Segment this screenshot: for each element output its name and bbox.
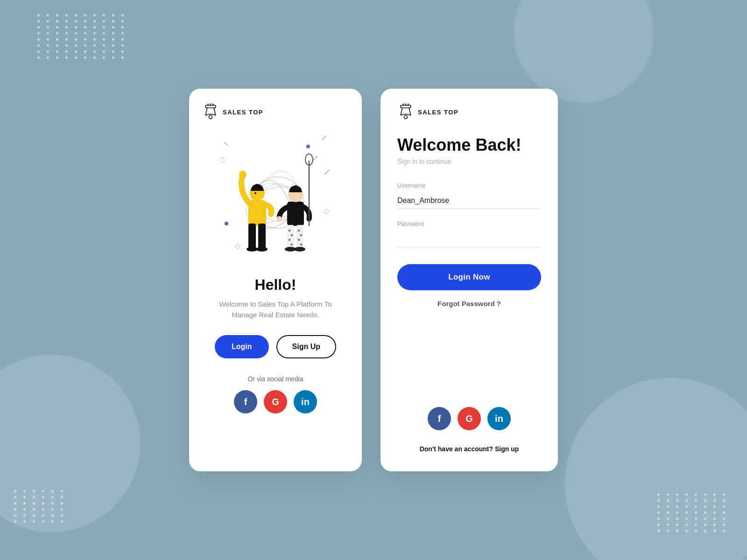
google-button-left[interactable]: G	[264, 390, 287, 413]
signup-link[interactable]: Sign up	[495, 445, 519, 453]
username-group: Username	[397, 182, 541, 209]
google-button-right[interactable]: G	[458, 407, 481, 430]
svg-point-3	[210, 104, 211, 105]
no-account-text: Don't have an account? Sign up	[397, 445, 541, 453]
svg-rect-11	[324, 209, 329, 214]
brand-name-right: SALES TOP	[418, 109, 458, 116]
social-icons-left: f G in	[234, 390, 317, 413]
logo-icon-right	[397, 104, 414, 120]
svg-rect-27	[287, 202, 304, 226]
svg-point-35	[298, 230, 300, 232]
facebook-button-left[interactable]: f	[234, 390, 257, 413]
left-card-subtitle: Welcome to Sales Top A Platform To Manag…	[202, 299, 349, 320]
svg-point-5	[212, 104, 214, 105]
signup-button-left[interactable]: Sign Up	[276, 335, 336, 358]
svg-rect-30	[296, 225, 303, 249]
svg-point-4	[207, 104, 209, 105]
brand-name-left: SALES TOP	[223, 109, 263, 116]
login-button-left[interactable]: Login	[215, 335, 269, 358]
svg-point-47	[405, 104, 407, 105]
svg-point-24	[247, 247, 258, 252]
btn-row: Login Sign Up	[215, 335, 336, 358]
logo-icon-left	[202, 104, 219, 120]
illustration	[202, 128, 349, 273]
svg-point-1	[209, 115, 212, 119]
logo-left: SALES TOP	[202, 104, 263, 120]
dots-top-left: (function(){ var d = document.currentScr…	[37, 14, 127, 59]
svg-rect-12	[235, 244, 240, 249]
facebook-button-right[interactable]: f	[428, 407, 451, 430]
bg-shape-top-right	[514, 0, 654, 103]
dots-bottom-right: (function(){ var d = document.currentScr…	[657, 493, 728, 532]
social-label-left: Or via social media	[247, 375, 303, 383]
left-card-title: Hello!	[255, 276, 296, 294]
dots-bottom-left: (function(){ var d = document.currentScr…	[14, 490, 66, 523]
linkedin-button-right[interactable]: in	[487, 407, 511, 430]
svg-rect-29	[287, 225, 294, 249]
username-input[interactable]	[397, 193, 541, 209]
svg-point-38	[300, 244, 303, 246]
social-icons-right: f G in	[397, 407, 541, 430]
logo-right: SALES TOP	[397, 104, 458, 120]
svg-point-21	[254, 192, 256, 194]
welcome-title: Welcome Back!	[397, 135, 541, 155]
svg-point-34	[291, 244, 293, 246]
svg-rect-22	[248, 224, 256, 249]
svg-rect-44	[401, 105, 411, 108]
svg-point-43	[276, 216, 282, 222]
svg-rect-23	[258, 224, 266, 249]
svg-line-8	[313, 156, 317, 161]
username-label: Username	[397, 182, 541, 189]
linkedin-button-left[interactable]: in	[294, 390, 317, 413]
no-account-label: Don't have an account?	[420, 445, 493, 453]
forgot-password-link[interactable]: Forgot Password ?	[397, 300, 541, 308]
svg-point-48	[402, 104, 404, 105]
left-card: SALES TOP	[189, 89, 362, 471]
svg-point-37	[298, 239, 300, 241]
login-now-button[interactable]: Login Now	[397, 264, 541, 290]
svg-point-13	[306, 145, 310, 148]
svg-point-49	[408, 104, 409, 105]
password-group: Password	[397, 220, 541, 247]
right-card: SALES TOP Welcome Back! Sign in to conti…	[381, 89, 558, 471]
svg-line-6	[224, 142, 228, 146]
svg-rect-0	[205, 105, 216, 108]
svg-line-9	[324, 170, 329, 175]
svg-point-33	[289, 239, 291, 241]
svg-point-32	[291, 234, 293, 237]
svg-point-26	[239, 171, 247, 178]
svg-rect-10	[219, 157, 225, 162]
svg-point-31	[289, 230, 291, 232]
svg-point-25	[256, 247, 268, 252]
svg-point-40	[294, 247, 305, 252]
svg-point-45	[404, 115, 407, 119]
bg-shape-right	[565, 378, 747, 560]
cards-container: SALES TOP	[189, 89, 558, 471]
password-label: Password	[397, 220, 541, 227]
svg-line-7	[322, 136, 326, 140]
svg-point-14	[225, 222, 228, 225]
welcome-subtitle: Sign in to continue	[397, 158, 541, 165]
password-input[interactable]	[397, 231, 541, 247]
svg-point-36	[300, 234, 303, 237]
